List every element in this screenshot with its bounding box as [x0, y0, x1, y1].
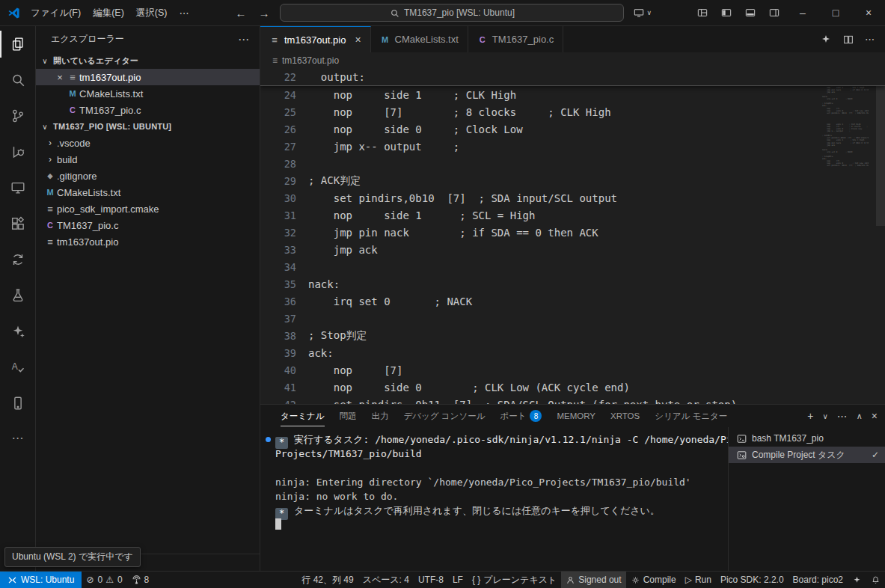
workspace-section-header[interactable]: ∨ TM1637_PIO [WSL: UBUNTU]	[36, 118, 260, 135]
encoding[interactable]: UTF-8	[414, 572, 448, 588]
navigate-back-button[interactable]: ←	[233, 7, 248, 19]
language-mode[interactable]: { } プレーンテキスト	[468, 572, 561, 588]
new-terminal-button[interactable]: +	[807, 410, 813, 422]
customize-layout-button[interactable]	[690, 0, 714, 26]
navigate-forward-button[interactable]: →	[257, 7, 271, 19]
breadcrumb[interactable]: ≡ tm1637out.pio	[260, 52, 885, 69]
code-line[interactable]: 38 ; Stop判定	[260, 327, 885, 344]
code-editor[interactable]: 22 output: 24 nop side 1 ; CLK High 25	[260, 69, 885, 404]
activity-source-control-button[interactable]	[0, 98, 36, 134]
code-line[interactable]: 33 jmp ack	[260, 241, 885, 258]
window-close-button[interactable]: ×	[852, 0, 885, 26]
activity-explorer-button[interactable]	[0, 26, 36, 62]
copilot-status[interactable]	[848, 572, 866, 588]
close-file-icon[interactable]: ×	[54, 72, 66, 83]
code-line[interactable]: 37	[260, 310, 885, 327]
panel-tab[interactable]: ポート 8	[492, 405, 549, 427]
launch-profile-button[interactable]: ∨	[633, 7, 652, 19]
code-line[interactable]: 34	[260, 258, 885, 275]
close-tab-icon[interactable]: ×	[355, 34, 361, 46]
panel-tab[interactable]: シリアル モニター	[647, 405, 735, 427]
minimap[interactable]: nop side 1 ; CLK High nop [7] ; 8 clocks…	[822, 70, 869, 250]
toggle-secondary-sidebar-button[interactable]	[762, 0, 786, 26]
activity-extensions-button[interactable]	[0, 206, 36, 242]
compile-button[interactable]: Compile	[626, 572, 681, 588]
code-line[interactable]: 25 nop [7] ; 8 clocks ; CLK High	[260, 103, 885, 120]
activity-device-button[interactable]	[0, 385, 36, 421]
explorer-actions-button[interactable]: ⋯	[238, 33, 249, 46]
split-editor-icon[interactable]	[842, 34, 854, 46]
tree-item[interactable]: › .vscode	[36, 135, 260, 151]
terminal-instance-task[interactable]: Compile Project タスク ✓	[729, 447, 885, 463]
problems-indicator[interactable]: ⊘ 0 ⚠ 0	[82, 572, 126, 588]
editor-more-actions-button[interactable]: ⋯	[865, 34, 875, 45]
remote-indicator[interactable]: WSL: Ubuntu	[0, 572, 82, 588]
editor-scrollbar[interactable]	[876, 69, 885, 226]
menu-item[interactable]: 編集(E)	[87, 4, 130, 22]
open-editor-item[interactable]: × ≡ tm1637out.pio	[36, 69, 260, 85]
command-decoration-dot[interactable]	[266, 437, 271, 442]
code-line[interactable]: 42 set pindirs 0b11 [7] ; SDA/SCL Output…	[260, 396, 885, 404]
activity-sync-button[interactable]	[0, 242, 36, 278]
close-panel-icon[interactable]: ×	[872, 410, 878, 422]
menu-overflow-button[interactable]: ⋯	[173, 4, 195, 22]
board-selector[interactable]: Board: pico2	[788, 572, 848, 588]
sticky-scroll-line[interactable]: 22 output:	[260, 69, 885, 86]
menu-item[interactable]: 選択(S)	[130, 4, 174, 22]
command-center-search[interactable]: TM1637_pio [WSL: Ubuntu]	[280, 4, 624, 22]
window-minimize-button[interactable]: –	[786, 0, 819, 26]
open-editor-item[interactable]: C TM1637_pio.c	[36, 102, 260, 118]
window-maximize-button[interactable]: □	[819, 0, 852, 26]
code-line[interactable]: 41 nop side 0 ; CLK Low (ACK cycle end)	[260, 379, 885, 396]
tree-item[interactable]: › build	[36, 151, 260, 168]
tree-item[interactable]: ≡ pico_sdk_import.cmake	[36, 200, 260, 217]
terminal-instance-bash[interactable]: bash TM1637_pio	[729, 430, 885, 447]
panel-tab[interactable]: デバッグ コンソール	[396, 405, 493, 427]
pico-sdk-selector[interactable]: Pico SDK: 2.2.0	[716, 572, 788, 588]
open-editors-section-header[interactable]: ∨ 開いているエディター	[36, 52, 260, 69]
run-button[interactable]: ▷ Run	[681, 572, 716, 588]
menu-item[interactable]: ファイル(F)	[25, 4, 87, 22]
cursor-position[interactable]: 行 42、列 49	[297, 572, 358, 588]
toggle-panel-button[interactable]	[738, 0, 762, 26]
tree-item[interactable]: ◆ .gitignore	[36, 168, 260, 184]
code-line[interactable]: 26 nop side 0 ; Clock Low	[260, 120, 885, 138]
open-editor-item[interactable]: M CMakeLists.txt	[36, 85, 260, 102]
code-line[interactable]: 30 set pindirs,0b10 [7] ; SDA input/SCL …	[260, 189, 885, 206]
tree-item[interactable]: C TM1637_pio.c	[36, 217, 260, 233]
panel-tab[interactable]: 問題	[332, 405, 364, 427]
code-line[interactable]: 31 nop side 1 ; SCL = High	[260, 206, 885, 224]
panel-tab[interactable]: XRTOS	[603, 405, 647, 427]
code-line[interactable]: 32 jmp pin nack ; if SDA == 0 then ACK	[260, 224, 885, 241]
activity-search-button[interactable]	[0, 62, 36, 98]
code-line[interactable]: 35 nack:	[260, 275, 885, 293]
code-line[interactable]: 39 ack:	[260, 344, 885, 361]
code-line[interactable]: 40 nop [7]	[260, 361, 885, 379]
signed-out-item[interactable]: Signed out	[561, 572, 625, 588]
tab-cmakelists[interactable]: M CMakeLists.txt	[371, 26, 468, 52]
ports-indicator[interactable]: 8	[127, 572, 154, 588]
code-line[interactable]: 28	[260, 155, 885, 172]
notifications-bell[interactable]	[866, 572, 885, 588]
copilot-sparkle-icon[interactable]	[820, 34, 832, 46]
activity-additional-views-button[interactable]: ⋯	[0, 421, 36, 454]
activity-remote-explorer-button[interactable]	[0, 170, 36, 206]
tab-tm1637-pio-c[interactable]: C TM1637_pio.c	[468, 26, 563, 52]
code-line[interactable]: 24 nop side 1 ; CLK High	[260, 86, 885, 103]
activity-copilot-button[interactable]	[0, 313, 36, 349]
activity-spell-check-button[interactable]: A	[0, 349, 36, 385]
eol-sequence[interactable]: LF	[448, 572, 468, 588]
code-line[interactable]: 27 jmp x-- output ;	[260, 138, 885, 155]
panel-tab[interactable]: 出力	[364, 405, 396, 427]
toggle-primary-sidebar-button[interactable]	[714, 0, 738, 26]
terminal-profile-dropdown-icon[interactable]: ∨	[822, 412, 827, 420]
panel-more-actions-button[interactable]: ⋯	[837, 410, 848, 422]
tree-item[interactable]: ≡ tm1637out.pio	[36, 233, 260, 250]
tab-tm1637out-pio[interactable]: ≡ tm1637out.pio ×	[260, 26, 371, 52]
activity-run-debug-button[interactable]	[0, 134, 36, 170]
maximize-panel-icon[interactable]: ∧	[857, 411, 863, 421]
code-line[interactable]: 29 ; ACK判定	[260, 172, 885, 189]
indentation[interactable]: スペース: 4	[358, 572, 414, 588]
terminal-output[interactable]: *実行するタスク: /home/yoneda/.pico-sdk/ninja/v…	[260, 427, 728, 571]
code-line[interactable]: 36 irq set 0 ; NACK	[260, 293, 885, 310]
